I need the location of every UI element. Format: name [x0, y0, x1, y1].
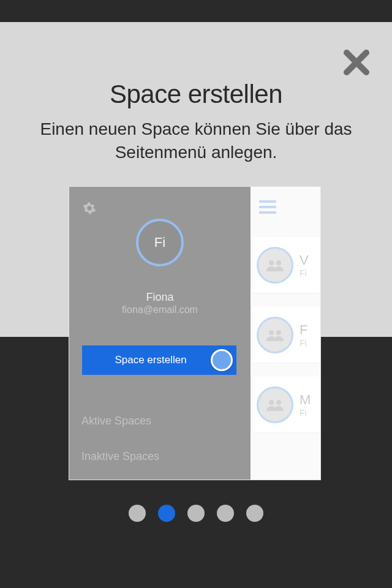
svg-point-0 [269, 260, 274, 265]
onboarding-title: Space erstellen [0, 80, 392, 109]
space-item-title: F [300, 322, 307, 338]
side-menu: Fi Fiona fiona@email.com Aktive Spaces I… [69, 187, 251, 480]
space-list-item[interactable]: F Fi [253, 307, 320, 363]
space-list-item[interactable]: M Fi [253, 377, 320, 433]
create-space-button[interactable]: Space erstellen [82, 345, 236, 375]
active-spaces-label: Aktive Spaces [81, 415, 151, 428]
svg-point-5 [276, 400, 281, 405]
gear-icon[interactable] [83, 202, 96, 215]
user-name: Fiona [69, 291, 251, 304]
tap-indicator-icon [211, 349, 233, 371]
group-avatar [257, 386, 293, 423]
page-dot[interactable] [129, 505, 146, 522]
space-list-item[interactable]: V Fi [253, 237, 320, 293]
inactive-spaces-label: Inaktive Spaces [81, 450, 159, 463]
page-dot[interactable] [187, 505, 205, 522]
onboarding-subtitle: Einen neuen Space können Sie über das Se… [18, 118, 374, 164]
space-item-title: M [300, 392, 311, 408]
space-item-sub: Fi [300, 408, 311, 418]
svg-point-2 [269, 330, 274, 335]
page-dot[interactable] [246, 505, 263, 522]
group-avatar [257, 317, 293, 353]
svg-point-3 [276, 330, 281, 335]
phone-preview: V Fi F Fi [69, 186, 321, 480]
group-icon [265, 258, 285, 273]
group-icon [265, 398, 285, 412]
space-item-title: V [300, 252, 309, 268]
hamburger-icon[interactable] [259, 200, 276, 214]
avatar-initials: Fi [154, 235, 165, 251]
svg-point-1 [276, 260, 281, 265]
close-button[interactable] [342, 48, 371, 77]
group-icon [265, 328, 285, 342]
svg-point-4 [269, 400, 274, 405]
space-item-sub: Fi [300, 338, 307, 348]
create-space-label: Space erstellen [94, 354, 211, 366]
avatar[interactable]: Fi [136, 219, 184, 266]
page-dot[interactable] [217, 505, 234, 522]
page-indicator [0, 505, 392, 522]
page-dot-active[interactable] [158, 505, 175, 522]
main-content: V Fi F Fi [251, 187, 320, 480]
close-icon [342, 48, 371, 77]
group-avatar [257, 247, 293, 284]
user-email: fiona@email.com [69, 304, 251, 315]
space-item-sub: Fi [300, 268, 309, 278]
